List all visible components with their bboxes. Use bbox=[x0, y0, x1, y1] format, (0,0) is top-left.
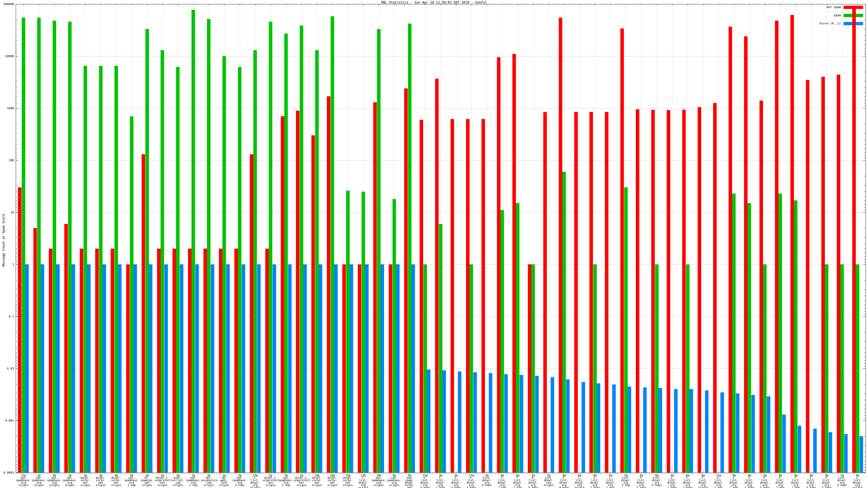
x-tick-mark bbox=[271, 4, 271, 5]
gridline-x bbox=[580, 4, 580, 473]
x-tick-label: 4@ 2. list. dnswl. org 2 hops bbox=[664, 474, 680, 488]
bar-not-spam bbox=[420, 120, 423, 473]
y-minor-tick bbox=[864, 201, 865, 201]
x-tick-mark bbox=[147, 4, 147, 5]
bar-score bbox=[705, 390, 709, 473]
x-tick-label: 9@ 2. list. dnswl. org origin bbox=[850, 474, 866, 488]
y-minor-tick bbox=[16, 341, 17, 341]
bar-spam bbox=[238, 67, 241, 473]
bar-not-spam bbox=[760, 101, 763, 473]
y-minor-tick bbox=[16, 133, 17, 133]
y-minor-tick bbox=[864, 412, 865, 413]
bar-spam bbox=[68, 22, 72, 473]
bar-not-spam bbox=[80, 249, 83, 473]
bar-score bbox=[226, 264, 230, 473]
y-tick-mark bbox=[16, 108, 18, 108]
y-minor-tick bbox=[16, 412, 17, 413]
bar-score bbox=[380, 264, 384, 473]
x-tick-mark bbox=[209, 4, 209, 5]
bar-score bbox=[612, 384, 616, 473]
y-tick-mark bbox=[16, 473, 18, 473]
y-minor-tick bbox=[16, 305, 17, 305]
bar-spam bbox=[253, 50, 257, 473]
x-tick-label: 4@ zen. spamhaus. org origin bbox=[46, 474, 62, 486]
gridline-x bbox=[641, 4, 642, 473]
bar-not-spam bbox=[605, 112, 609, 473]
x-tick-mark bbox=[70, 4, 70, 5]
y-minor-tick bbox=[864, 144, 865, 145]
y-minor-tick bbox=[864, 357, 865, 357]
bar-not-spam bbox=[466, 119, 469, 473]
y-minor-tick bbox=[864, 29, 865, 29]
bar-not-spam bbox=[698, 107, 701, 473]
x-tick-mark bbox=[301, 4, 302, 5]
x-tick-label: 2@ dnsbl-1. uceprotect. net origin bbox=[155, 474, 170, 486]
legend-label-spam: Spam bbox=[834, 13, 841, 17]
y-tick-label: 10 bbox=[0, 211, 14, 214]
bar-spam bbox=[191, 10, 195, 473]
bar-spam bbox=[840, 264, 844, 473]
bar-spam bbox=[531, 264, 535, 473]
rbl-statistics-chart: RBL Statistics - Sun Apr 28 12:58:03 EDT… bbox=[0, 0, 868, 488]
y-minor-tick bbox=[16, 210, 17, 210]
y-minor-tick bbox=[16, 311, 17, 312]
y-tick-label: 0.01 bbox=[0, 367, 14, 370]
y-minor-tick bbox=[864, 100, 865, 100]
legend-label-score: Score (0..1) bbox=[819, 22, 841, 25]
y-minor-tick bbox=[864, 54, 865, 54]
y-minor-tick bbox=[864, 400, 865, 400]
bar-spam bbox=[778, 194, 782, 473]
bar-score bbox=[149, 264, 152, 473]
y-minor-tick bbox=[864, 452, 865, 452]
bar-spam bbox=[469, 264, 473, 473]
bar-not-spam bbox=[250, 154, 253, 473]
x-tick-mark bbox=[487, 4, 487, 5]
x-tick-label: 3@ Y. list. dnswl. org 3 hops bbox=[633, 474, 649, 488]
y-minor-tick bbox=[864, 348, 865, 348]
bar-not-spam bbox=[95, 249, 99, 473]
bar-not-spam bbox=[219, 249, 222, 473]
bar-score bbox=[767, 396, 770, 473]
bar-not-spam bbox=[358, 264, 361, 473]
y-minor-tick bbox=[864, 40, 865, 41]
x-tick-label: 0@ list. dnswl. org 5 hops bbox=[649, 474, 664, 486]
y-minor-tick bbox=[16, 144, 17, 145]
x-tick-label: 2@ list. dnswl. org origin bbox=[541, 474, 557, 486]
bar-not-spam bbox=[822, 77, 825, 473]
x-tick-label: 9@ Y. list. dnswl. org 4 hops bbox=[556, 474, 572, 488]
y-minor-tick bbox=[864, 35, 865, 36]
bar-not-spam bbox=[806, 80, 809, 473]
x-tick-label: 6@ 2. list. dnswl. org 1 hop bbox=[495, 474, 510, 488]
x-tick-mark bbox=[765, 4, 765, 5]
y-minor-tick bbox=[16, 464, 17, 465]
y-minor-tick bbox=[16, 418, 17, 418]
y-minor-tick bbox=[864, 48, 865, 48]
bar-not-spam bbox=[543, 112, 547, 473]
bar-spam bbox=[99, 66, 102, 473]
x-tick-label: 11@ 2. list. dnswl. org 3 hops bbox=[417, 474, 433, 488]
x-tick-mark bbox=[23, 4, 24, 5]
y-minor-tick bbox=[864, 103, 865, 103]
y-minor-tick bbox=[16, 314, 17, 314]
bar-score bbox=[860, 436, 863, 473]
y-tick-mark bbox=[863, 4, 865, 4]
legend-label-not-spam: Not Spam bbox=[827, 5, 841, 9]
bar-spam bbox=[207, 19, 211, 473]
bar-not-spam bbox=[265, 249, 269, 473]
bar-score bbox=[133, 264, 137, 473]
bar-score bbox=[427, 369, 431, 473]
y-minor-tick bbox=[864, 253, 865, 253]
y-minor-tick bbox=[16, 415, 17, 416]
x-tick-label: 2@ bl. spamcop. net origin bbox=[139, 474, 155, 486]
bar-not-spam bbox=[18, 187, 22, 473]
x-tick-label: 2@ ubl. unsubscore. com origin bbox=[201, 474, 217, 486]
y-minor-tick bbox=[864, 301, 865, 301]
x-tick-label: 2@ dnsbl-2. uceprotect. net origin bbox=[293, 474, 309, 486]
bar-score bbox=[87, 264, 91, 473]
y-minor-tick bbox=[864, 72, 865, 72]
bar-spam bbox=[748, 203, 751, 473]
y-tick-mark bbox=[16, 212, 18, 213]
bar-not-spam bbox=[790, 15, 794, 473]
bar-score bbox=[489, 373, 492, 473]
y-minor-tick bbox=[16, 409, 17, 409]
